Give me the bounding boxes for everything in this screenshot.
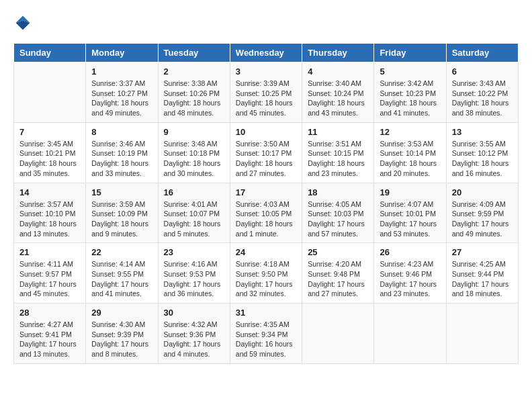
calendar-cell: 18 Sunrise: 4:05 AMSunset: 10:03 PMDayli…	[302, 183, 374, 243]
day-number: 18	[308, 187, 368, 197]
calendar-cell: 21 Sunrise: 4:11 AMSunset: 9:57 PMDaylig…	[14, 243, 86, 304]
day-number: 8	[91, 127, 152, 137]
day-info: Sunrise: 4:18 AMSunset: 9:50 PMDaylight:…	[236, 259, 296, 299]
calendar-cell: 7 Sunrise: 3:45 AMSunset: 10:21 PMDaylig…	[14, 122, 86, 183]
calendar-cell: 17 Sunrise: 4:03 AMSunset: 10:05 PMDayli…	[230, 183, 302, 243]
logo	[13, 13, 35, 32]
day-info: Sunrise: 3:37 AMSunset: 10:27 PMDaylight…	[91, 79, 152, 118]
day-info: Sunrise: 4:14 AMSunset: 9:55 PMDaylight:…	[91, 259, 152, 299]
calendar-cell: 15 Sunrise: 3:59 AMSunset: 10:09 PMDayli…	[86, 183, 158, 243]
day-info: Sunrise: 3:45 AMSunset: 10:21 PMDaylight…	[19, 139, 80, 179]
calendar-cell: 31 Sunrise: 4:35 AMSunset: 9:34 PMDaylig…	[230, 304, 302, 364]
week-row: 14 Sunrise: 3:57 AMSunset: 10:10 PMDayli…	[14, 183, 519, 243]
day-info: Sunrise: 3:38 AMSunset: 10:26 PMDaylight…	[164, 79, 224, 118]
day-info: Sunrise: 4:16 AMSunset: 9:53 PMDaylight:…	[164, 259, 224, 299]
week-row: 7 Sunrise: 3:45 AMSunset: 10:21 PMDaylig…	[14, 122, 519, 183]
weekday-header: Sunday	[14, 44, 86, 62]
day-info: Sunrise: 3:55 AMSunset: 10:12 PMDaylight…	[452, 139, 513, 179]
calendar-cell: 29 Sunrise: 4:30 AMSunset: 9:39 PMDaylig…	[86, 304, 158, 364]
week-row: 28 Sunrise: 4:27 AMSunset: 9:41 PMDaylig…	[14, 304, 519, 364]
day-info: Sunrise: 4:32 AMSunset: 9:36 PMDaylight:…	[164, 320, 224, 359]
day-number: 27	[452, 247, 513, 257]
calendar-cell: 11 Sunrise: 3:51 AMSunset: 10:15 PMDayli…	[302, 122, 374, 183]
day-number: 9	[164, 127, 224, 137]
day-info: Sunrise: 4:25 AMSunset: 9:44 PMDaylight:…	[452, 259, 513, 299]
weekday-header: Wednesday	[230, 44, 302, 62]
day-number: 21	[19, 247, 80, 257]
day-number: 25	[308, 247, 368, 257]
day-number: 26	[380, 247, 440, 257]
calendar-cell: 23 Sunrise: 4:16 AMSunset: 9:53 PMDaylig…	[158, 243, 230, 304]
calendar-cell: 8 Sunrise: 3:46 AMSunset: 10:19 PMDaylig…	[86, 122, 158, 183]
day-number: 19	[380, 187, 440, 197]
calendar-cell: 6 Sunrise: 3:43 AMSunset: 10:22 PMDaylig…	[446, 62, 518, 123]
calendar-cell: 12 Sunrise: 3:53 AMSunset: 10:14 PMDayli…	[374, 122, 446, 183]
calendar-cell: 27 Sunrise: 4:25 AMSunset: 9:44 PMDaylig…	[446, 243, 518, 304]
day-info: Sunrise: 4:07 AMSunset: 10:01 PMDaylight…	[380, 199, 440, 239]
weekday-header: Monday	[86, 44, 158, 62]
day-info: Sunrise: 3:59 AMSunset: 10:09 PMDaylight…	[91, 199, 152, 239]
calendar-table: SundayMondayTuesdayWednesdayThursdayFrid…	[13, 43, 519, 364]
weekday-header: Thursday	[302, 44, 374, 62]
calendar-cell: 9 Sunrise: 3:48 AMSunset: 10:18 PMDaylig…	[158, 122, 230, 183]
day-info: Sunrise: 4:03 AMSunset: 10:05 PMDaylight…	[236, 199, 296, 239]
day-number: 28	[19, 308, 80, 318]
day-info: Sunrise: 3:50 AMSunset: 10:17 PMDaylight…	[236, 139, 296, 179]
calendar-cell: 5 Sunrise: 3:42 AMSunset: 10:23 PMDaylig…	[374, 62, 446, 123]
day-number: 10	[236, 127, 296, 137]
day-info: Sunrise: 3:53 AMSunset: 10:14 PMDaylight…	[380, 139, 440, 179]
calendar-cell: 10 Sunrise: 3:50 AMSunset: 10:17 PMDayli…	[230, 122, 302, 183]
day-info: Sunrise: 3:51 AMSunset: 10:15 PMDaylight…	[308, 139, 368, 179]
day-info: Sunrise: 4:20 AMSunset: 9:48 PMDaylight:…	[308, 259, 368, 299]
day-info: Sunrise: 3:39 AMSunset: 10:25 PMDaylight…	[236, 79, 296, 118]
day-number: 22	[91, 247, 152, 257]
day-info: Sunrise: 4:35 AMSunset: 9:34 PMDaylight:…	[236, 320, 296, 359]
day-info: Sunrise: 3:57 AMSunset: 10:10 PMDaylight…	[19, 199, 80, 239]
calendar-cell: 30 Sunrise: 4:32 AMSunset: 9:36 PMDaylig…	[158, 304, 230, 364]
day-number: 3	[236, 66, 296, 77]
day-number: 14	[19, 187, 80, 197]
calendar-cell	[14, 62, 86, 123]
calendar-cell: 13 Sunrise: 3:55 AMSunset: 10:12 PMDayli…	[446, 122, 518, 183]
day-info: Sunrise: 4:05 AMSunset: 10:03 PMDaylight…	[308, 199, 368, 239]
calendar-cell: 14 Sunrise: 3:57 AMSunset: 10:10 PMDayli…	[14, 183, 86, 243]
day-number: 20	[452, 187, 513, 197]
calendar-cell: 25 Sunrise: 4:20 AMSunset: 9:48 PMDaylig…	[302, 243, 374, 304]
day-number: 5	[380, 66, 440, 77]
day-info: Sunrise: 3:40 AMSunset: 10:24 PMDaylight…	[308, 79, 368, 118]
day-info: Sunrise: 3:46 AMSunset: 10:19 PMDaylight…	[91, 139, 152, 179]
day-info: Sunrise: 4:30 AMSunset: 9:39 PMDaylight:…	[91, 320, 152, 359]
day-number: 31	[236, 308, 296, 318]
day-number: 16	[164, 187, 224, 197]
weekday-header: Saturday	[446, 44, 518, 62]
weekday-header: Tuesday	[158, 44, 230, 62]
day-number: 29	[91, 308, 152, 318]
calendar-cell: 16 Sunrise: 4:01 AMSunset: 10:07 PMDayli…	[158, 183, 230, 243]
day-number: 17	[236, 187, 296, 197]
day-info: Sunrise: 4:27 AMSunset: 9:41 PMDaylight:…	[19, 320, 80, 359]
day-number: 12	[380, 127, 440, 137]
day-number: 4	[308, 66, 368, 77]
day-number: 24	[236, 247, 296, 257]
day-info: Sunrise: 4:11 AMSunset: 9:57 PMDaylight:…	[19, 259, 80, 299]
calendar-cell: 26 Sunrise: 4:23 AMSunset: 9:46 PMDaylig…	[374, 243, 446, 304]
day-info: Sunrise: 4:09 AMSunset: 9:59 PMDaylight:…	[452, 199, 513, 239]
day-number: 2	[164, 66, 224, 77]
calendar-cell	[446, 304, 518, 364]
day-number: 15	[91, 187, 152, 197]
week-row: 21 Sunrise: 4:11 AMSunset: 9:57 PMDaylig…	[14, 243, 519, 304]
calendar-cell: 24 Sunrise: 4:18 AMSunset: 9:50 PMDaylig…	[230, 243, 302, 304]
weekday-header: Friday	[374, 44, 446, 62]
day-number: 1	[91, 66, 152, 77]
calendar-cell	[374, 304, 446, 364]
day-number: 13	[452, 127, 513, 137]
calendar-cell: 28 Sunrise: 4:27 AMSunset: 9:41 PMDaylig…	[14, 304, 86, 364]
day-number: 6	[452, 66, 513, 77]
day-info: Sunrise: 3:48 AMSunset: 10:18 PMDaylight…	[164, 139, 224, 179]
calendar-cell: 22 Sunrise: 4:14 AMSunset: 9:55 PMDaylig…	[86, 243, 158, 304]
day-number: 23	[164, 247, 224, 257]
day-info: Sunrise: 4:01 AMSunset: 10:07 PMDaylight…	[164, 199, 224, 239]
day-info: Sunrise: 3:43 AMSunset: 10:22 PMDaylight…	[452, 79, 513, 118]
calendar-cell: 2 Sunrise: 3:38 AMSunset: 10:26 PMDaylig…	[158, 62, 230, 123]
calendar-cell: 19 Sunrise: 4:07 AMSunset: 10:01 PMDayli…	[374, 183, 446, 243]
